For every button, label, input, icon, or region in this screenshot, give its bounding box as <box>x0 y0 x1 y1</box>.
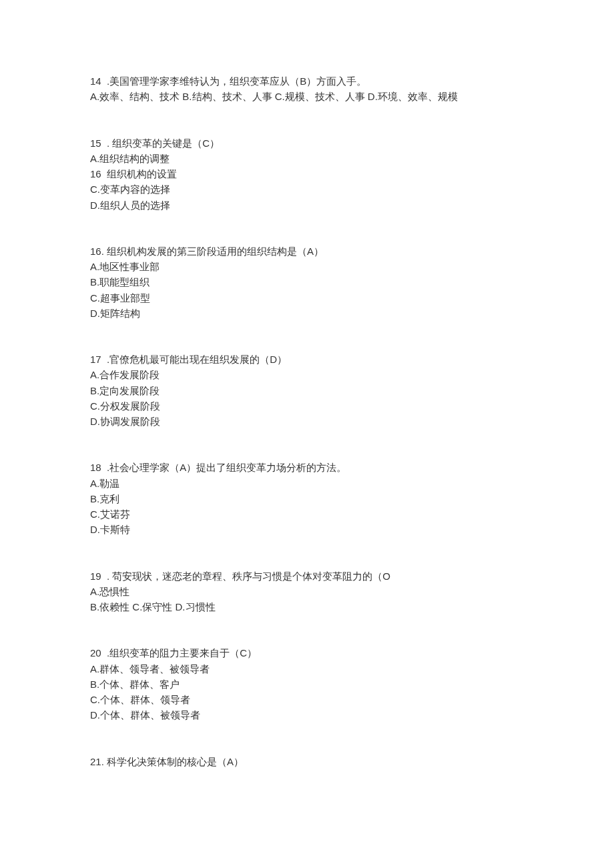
question-line: D.个体、群体、被领导者 <box>90 707 524 723</box>
question-line: B.职能型组织 <box>90 274 524 290</box>
question-block: 17 .官僚危机最可能出现在组织发展的（D）A.合作发展阶段B.定向发展阶段C.… <box>90 352 524 429</box>
document-content: 14 .美国管理学家李维特认为，组织变革应从（B）方面入手。A.效率、结构、技术… <box>90 73 524 769</box>
question-line: A.勒温 <box>90 476 524 491</box>
question-line: D.卡斯特 <box>90 522 524 537</box>
question-block: 15 . 组织变革的关键是（C）A.组织结构的调整16 组织机构的设置C.变革内… <box>90 135 524 213</box>
question-line: 14 .美国管理学家李维特认为，组织变革应从（B）方面入手。 <box>90 73 524 89</box>
question-line: A.组织结构的调整 <box>90 151 524 166</box>
question-line: 15 . 组织变革的关键是（C） <box>90 135 524 151</box>
question-line: A.效率、结构、技术 B.结构、技术、人事 C.规模、技术、人事 D.环境、效率… <box>90 89 524 104</box>
document-page: 14 .美国管理学家李维特认为，组织变革应从（B）方面入手。A.效率、结构、技术… <box>0 0 614 867</box>
question-line: B.依赖性 C.保守性 D.习惯性 <box>90 599 524 614</box>
question-block: 14 .美国管理学家李维特认为，组织变革应从（B）方面入手。A.效率、结构、技术… <box>90 73 524 105</box>
question-line: A.群体、领导者、被领导者 <box>90 661 524 677</box>
question-block: 19 . 苟安现状，迷恋老的章程、秩序与习惯是个体对变革阻力的（OA.恐惧性B.… <box>90 568 524 615</box>
question-block: 20 .组织变革的阻力主要来自于（C）A.群体、领导者、被领导者B.个体、群体、… <box>90 645 524 723</box>
question-line: B.个体、群体、客户 <box>90 677 524 692</box>
question-line: 21. 科学化决策体制的核心是（A） <box>90 754 524 769</box>
question-line: 20 .组织变革的阻力主要来自于（C） <box>90 645 524 661</box>
question-line: 16. 组织机构发展的第三阶段适用的组织结构是（A） <box>90 244 524 259</box>
question-line: 18 .社会心理学家（A）提出了组织变革力场分析的方法。 <box>90 460 524 475</box>
question-line: D.协调发展阶段 <box>90 414 524 429</box>
question-line: D.组织人员的选择 <box>90 197 524 213</box>
question-line: C.艾诺芬 <box>90 506 524 522</box>
question-line: C.分权发展阶段 <box>90 398 524 414</box>
question-line: 19 . 苟安现状，迷恋老的章程、秩序与习惯是个体对变革阻力的（O <box>90 568 524 584</box>
question-line: A.地区性事业部 <box>90 259 524 274</box>
question-line: B.定向发展阶段 <box>90 383 524 398</box>
question-line: C.变革内容的选择 <box>90 181 524 197</box>
question-line: 17 .官僚危机最可能出现在组织发展的（D） <box>90 352 524 367</box>
question-line: A.恐惧性 <box>90 584 524 599</box>
question-block: 21. 科学化决策体制的核心是（A） <box>90 754 524 769</box>
question-line: C.超事业部型 <box>90 290 524 306</box>
question-line: B.克利 <box>90 491 524 506</box>
question-block: 16. 组织机构发展的第三阶段适用的组织结构是（A）A.地区性事业部B.职能型组… <box>90 244 524 321</box>
question-line: C.个体、群体、领导者 <box>90 692 524 707</box>
question-block: 18 .社会心理学家（A）提出了组织变革力场分析的方法。A.勒温B.克利C.艾诺… <box>90 460 524 537</box>
question-line: D.矩阵结构 <box>90 306 524 321</box>
question-line: 16 组织机构的设置 <box>90 166 524 181</box>
question-line: A.合作发展阶段 <box>90 367 524 382</box>
